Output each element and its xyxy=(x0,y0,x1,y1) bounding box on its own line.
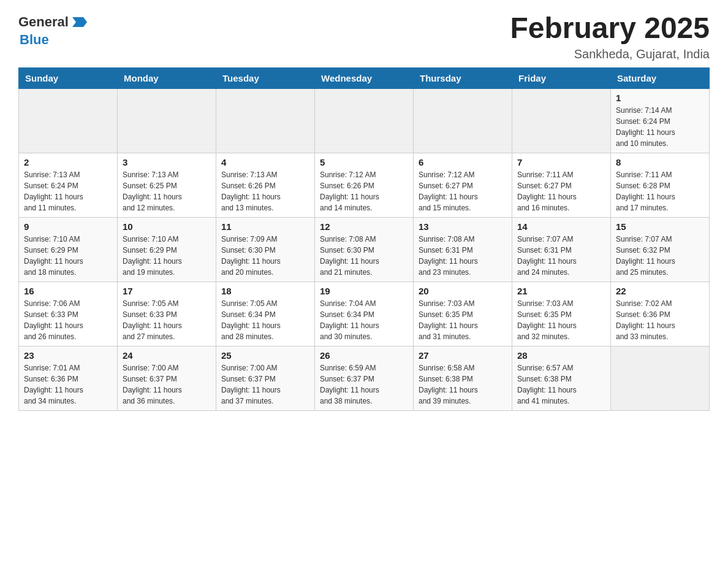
day-info: Sunrise: 7:00 AM Sunset: 6:37 PM Dayligh… xyxy=(123,362,211,407)
table-row: 3Sunrise: 7:13 AM Sunset: 6:25 PM Daylig… xyxy=(118,153,216,217)
day-number: 22 xyxy=(616,286,704,296)
day-number: 25 xyxy=(221,350,309,361)
day-number: 5 xyxy=(320,157,408,167)
day-number: 2 xyxy=(24,157,112,167)
table-row: 15Sunrise: 7:07 AM Sunset: 6:32 PM Dayli… xyxy=(611,217,710,282)
day-info: Sunrise: 7:05 AM Sunset: 6:33 PM Dayligh… xyxy=(123,298,211,342)
table-row: 25Sunrise: 7:00 AM Sunset: 6:37 PM Dayli… xyxy=(216,346,315,410)
table-row: 2Sunrise: 7:13 AM Sunset: 6:24 PM Daylig… xyxy=(19,153,118,217)
day-info: Sunrise: 7:04 AM Sunset: 6:34 PM Dayligh… xyxy=(320,298,408,342)
table-row: 17Sunrise: 7:05 AM Sunset: 6:33 PM Dayli… xyxy=(118,282,216,346)
day-info: Sunrise: 7:12 AM Sunset: 6:26 PM Dayligh… xyxy=(320,169,408,213)
day-info: Sunrise: 6:58 AM Sunset: 6:38 PM Dayligh… xyxy=(419,362,507,407)
day-number: 24 xyxy=(123,350,211,361)
table-row: 16Sunrise: 7:06 AM Sunset: 6:33 PM Dayli… xyxy=(19,282,118,346)
table-row xyxy=(414,88,512,153)
day-info: Sunrise: 7:13 AM Sunset: 6:26 PM Dayligh… xyxy=(221,169,309,213)
day-info: Sunrise: 7:09 AM Sunset: 6:30 PM Dayligh… xyxy=(221,234,309,278)
table-row: 20Sunrise: 7:03 AM Sunset: 6:35 PM Dayli… xyxy=(414,282,512,346)
table-row xyxy=(315,88,414,153)
col-friday: Friday xyxy=(512,67,611,88)
day-number: 16 xyxy=(24,286,112,296)
day-number: 14 xyxy=(517,221,605,232)
calendar-title: February 2025 xyxy=(510,12,710,45)
day-number: 18 xyxy=(221,286,309,296)
day-info: Sunrise: 7:08 AM Sunset: 6:31 PM Dayligh… xyxy=(419,234,507,278)
day-info: Sunrise: 7:07 AM Sunset: 6:32 PM Dayligh… xyxy=(616,234,704,278)
table-row: 21Sunrise: 7:03 AM Sunset: 6:35 PM Dayli… xyxy=(512,282,611,346)
day-info: Sunrise: 7:07 AM Sunset: 6:31 PM Dayligh… xyxy=(517,234,605,278)
table-row: 1Sunrise: 7:14 AM Sunset: 6:24 PM Daylig… xyxy=(611,88,710,153)
logo-blue-text: Blue xyxy=(20,32,49,48)
table-row: 4Sunrise: 7:13 AM Sunset: 6:26 PM Daylig… xyxy=(216,153,315,217)
table-row xyxy=(512,88,611,153)
table-row: 7Sunrise: 7:11 AM Sunset: 6:27 PM Daylig… xyxy=(512,153,611,217)
table-row: 5Sunrise: 7:12 AM Sunset: 6:26 PM Daylig… xyxy=(315,153,414,217)
day-info: Sunrise: 7:14 AM Sunset: 6:24 PM Dayligh… xyxy=(616,105,704,149)
col-wednesday: Wednesday xyxy=(315,67,414,88)
calendar-header-row: Sunday Monday Tuesday Wednesday Thursday… xyxy=(19,67,710,88)
table-row: 26Sunrise: 6:59 AM Sunset: 6:37 PM Dayli… xyxy=(315,346,414,410)
day-info: Sunrise: 7:06 AM Sunset: 6:33 PM Dayligh… xyxy=(24,298,112,342)
page-header: General Blue February 2025 Sankheda, Guj… xyxy=(18,12,710,61)
table-row: 13Sunrise: 7:08 AM Sunset: 6:31 PM Dayli… xyxy=(414,217,512,282)
logo: General Blue xyxy=(18,12,89,48)
day-info: Sunrise: 7:10 AM Sunset: 6:29 PM Dayligh… xyxy=(24,234,112,278)
day-number: 10 xyxy=(123,221,211,232)
table-row: 28Sunrise: 6:57 AM Sunset: 6:38 PM Dayli… xyxy=(512,346,611,410)
day-number: 26 xyxy=(320,350,408,361)
table-row: 24Sunrise: 7:00 AM Sunset: 6:37 PM Dayli… xyxy=(118,346,216,410)
calendar-subtitle: Sankheda, Gujarat, India xyxy=(510,47,710,61)
day-info: Sunrise: 7:02 AM Sunset: 6:36 PM Dayligh… xyxy=(616,298,704,342)
day-info: Sunrise: 7:03 AM Sunset: 6:35 PM Dayligh… xyxy=(517,298,605,342)
day-number: 4 xyxy=(221,157,309,167)
logo-arrow-icon xyxy=(70,12,89,32)
day-info: Sunrise: 7:03 AM Sunset: 6:35 PM Dayligh… xyxy=(419,298,507,342)
day-number: 6 xyxy=(419,157,507,167)
day-info: Sunrise: 7:13 AM Sunset: 6:25 PM Dayligh… xyxy=(123,169,211,213)
day-number: 13 xyxy=(419,221,507,232)
day-number: 11 xyxy=(221,221,309,232)
logo-general-text: General xyxy=(18,14,69,30)
day-number: 19 xyxy=(320,286,408,296)
table-row: 27Sunrise: 6:58 AM Sunset: 6:38 PM Dayli… xyxy=(414,346,512,410)
day-info: Sunrise: 7:11 AM Sunset: 6:28 PM Dayligh… xyxy=(616,169,704,213)
day-number: 27 xyxy=(419,350,507,361)
day-info: Sunrise: 7:05 AM Sunset: 6:34 PM Dayligh… xyxy=(221,298,309,342)
col-tuesday: Tuesday xyxy=(216,67,315,88)
day-number: 17 xyxy=(123,286,211,296)
day-number: 9 xyxy=(24,221,112,232)
day-info: Sunrise: 6:57 AM Sunset: 6:38 PM Dayligh… xyxy=(517,362,605,407)
day-number: 7 xyxy=(517,157,605,167)
day-number: 28 xyxy=(517,350,605,361)
table-row: 10Sunrise: 7:10 AM Sunset: 6:29 PM Dayli… xyxy=(118,217,216,282)
table-row: 11Sunrise: 7:09 AM Sunset: 6:30 PM Dayli… xyxy=(216,217,315,282)
col-saturday: Saturday xyxy=(611,67,710,88)
table-row: 14Sunrise: 7:07 AM Sunset: 6:31 PM Dayli… xyxy=(512,217,611,282)
col-monday: Monday xyxy=(118,67,216,88)
calendar-week-row: 2Sunrise: 7:13 AM Sunset: 6:24 PM Daylig… xyxy=(19,153,710,217)
table-row: 18Sunrise: 7:05 AM Sunset: 6:34 PM Dayli… xyxy=(216,282,315,346)
day-info: Sunrise: 6:59 AM Sunset: 6:37 PM Dayligh… xyxy=(320,362,408,407)
table-row xyxy=(118,88,216,153)
calendar-table: Sunday Monday Tuesday Wednesday Thursday… xyxy=(18,67,710,411)
day-number: 8 xyxy=(616,157,704,167)
calendar-week-row: 16Sunrise: 7:06 AM Sunset: 6:33 PM Dayli… xyxy=(19,282,710,346)
title-section: February 2025 Sankheda, Gujarat, India xyxy=(510,12,710,61)
col-sunday: Sunday xyxy=(19,67,118,88)
day-number: 3 xyxy=(123,157,211,167)
table-row xyxy=(216,88,315,153)
table-row: 9Sunrise: 7:10 AM Sunset: 6:29 PM Daylig… xyxy=(19,217,118,282)
table-row xyxy=(611,346,710,410)
table-row: 8Sunrise: 7:11 AM Sunset: 6:28 PM Daylig… xyxy=(611,153,710,217)
day-info: Sunrise: 7:00 AM Sunset: 6:37 PM Dayligh… xyxy=(221,362,309,407)
table-row: 6Sunrise: 7:12 AM Sunset: 6:27 PM Daylig… xyxy=(414,153,512,217)
table-row: 22Sunrise: 7:02 AM Sunset: 6:36 PM Dayli… xyxy=(611,282,710,346)
calendar-week-row: 9Sunrise: 7:10 AM Sunset: 6:29 PM Daylig… xyxy=(19,217,710,282)
day-number: 20 xyxy=(419,286,507,296)
day-info: Sunrise: 7:10 AM Sunset: 6:29 PM Dayligh… xyxy=(123,234,211,278)
day-number: 15 xyxy=(616,221,704,232)
table-row: 12Sunrise: 7:08 AM Sunset: 6:30 PM Dayli… xyxy=(315,217,414,282)
day-info: Sunrise: 7:08 AM Sunset: 6:30 PM Dayligh… xyxy=(320,234,408,278)
table-row: 19Sunrise: 7:04 AM Sunset: 6:34 PM Dayli… xyxy=(315,282,414,346)
